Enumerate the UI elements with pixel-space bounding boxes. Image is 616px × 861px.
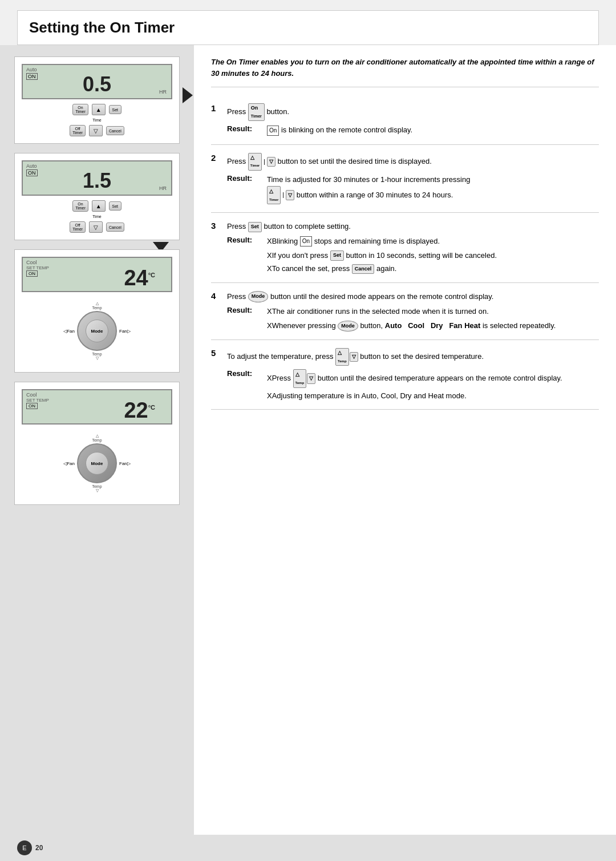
step-1-instruction: Press OnTimer button.: [227, 103, 599, 121]
instructions: The On Timer enables you to turn on the …: [194, 45, 616, 835]
off-timer-btn-2[interactable]: Off Timer: [70, 221, 86, 233]
device-3: Cool SET TEMP ON 24°C △Temp ◁Fan Mode: [14, 249, 180, 373]
step-3-result-label: Result:: [227, 236, 261, 274]
timer-bottom-row-2: Off Timer ▽ Cancel: [70, 221, 124, 233]
step-3-result-line2: XIf you don't press Set button in 10 sec…: [267, 250, 599, 261]
page-footer: E 20: [0, 835, 616, 861]
step-2: 2 Press △Timer | ▽ button to set until t…: [211, 145, 599, 213]
device-1-controls: On Timer ▲ Set Time Off Timer: [22, 104, 172, 136]
temp-arrow-inline: △Temp ▽: [335, 348, 358, 366]
step-2-number: 2: [211, 153, 221, 171]
page-container: Setting the On Timer Auto ON 0.5 HR: [0, 0, 616, 861]
mode-inline-btn: Mode: [248, 291, 269, 302]
step-4-result-label: Result:: [227, 306, 261, 332]
temp-up-label-4: △Temp: [92, 434, 102, 442]
on-timer-btn-2[interactable]: On Timer: [72, 200, 88, 212]
cancel-btn-2[interactable]: Cancel: [106, 223, 124, 232]
step-2-result-label: Result:: [227, 174, 261, 205]
device-2-controls: On Timer ▲ Set Time Off Timer: [22, 200, 172, 233]
step-3-result-text: XBlinking On stops and remaining time is…: [267, 236, 599, 274]
temp-controls: △Temp ◁Fan Mode Fan▷ Temp▽: [22, 429, 172, 498]
step-4-result-text: XThe air conditioner runs in the selecte…: [267, 306, 599, 332]
device-4-display: 22°C: [124, 399, 155, 421]
step-2-result: Result: Time is adjusted for 30 minutes …: [227, 174, 599, 205]
intro-text: The On Timer enables you to turn on the …: [211, 56, 599, 87]
fan-left-label-4: ◁Fan: [63, 461, 75, 466]
up-arrow-btn-2[interactable]: ▲: [92, 200, 106, 212]
down-arrow-btn-inline-2: ▽: [286, 190, 294, 200]
mode-dial[interactable]: Mode: [77, 311, 117, 351]
device-4-screen: Cool SET TEMP ON 22°C: [22, 389, 172, 425]
device-4-mode: Cool: [26, 392, 37, 398]
device-1: Auto ON 0.5 HR On Timer: [14, 56, 180, 144]
step-3-result-line3: XTo cancel the set, press Cancel again.: [267, 263, 599, 274]
mode-btn-4[interactable]: Mode: [86, 452, 108, 475]
set-btn-2[interactable]: Set: [109, 201, 121, 211]
device-4-on: ON: [26, 403, 38, 409]
temp-down-btn-2: ▽: [307, 373, 315, 383]
step-3-instruction: Press Set button to complete setting.: [227, 221, 599, 232]
page-num-text: 20: [35, 844, 43, 852]
on-timer-btn-1[interactable]: On Timer: [72, 104, 88, 115]
step-2-instruction: Press △Timer | ▽ button to set until the…: [227, 153, 599, 171]
main-content: Auto ON 0.5 HR On Timer: [0, 45, 616, 835]
temp-down-btn: ▽: [350, 352, 358, 362]
device-3-settemp: SET TEMP: [26, 265, 49, 270]
down-arrow-btn-2[interactable]: ▽: [89, 221, 103, 233]
device-1-screen: Auto ON 0.5 HR: [22, 64, 172, 99]
step-5-result-label: Result:: [227, 369, 261, 401]
step-3-row: 3 Press Set button to complete setting.: [211, 221, 599, 232]
step-5-instruction: To adjust the temperature, press △Temp ▽…: [227, 348, 599, 366]
temp-dial-group: △Temp ◁Fan Mode Fan▷ Temp▽: [63, 434, 131, 493]
step-1: 1 Press OnTimer button. Result: On is bl…: [211, 95, 599, 145]
down-arrow-btn-1[interactable]: ▽: [89, 125, 103, 136]
mode-middle-row: ◁Fan Mode Fan▷: [63, 311, 131, 351]
on-timer-inline-btn: OnTimer: [248, 103, 265, 121]
up-arrow-btn-1[interactable]: ▲: [92, 104, 106, 115]
timer-up-btn-2: △Timer: [267, 186, 281, 205]
step-3-result-line1: XBlinking On stops and remaining time is…: [267, 236, 599, 248]
device-2-mode: Auto: [26, 163, 37, 169]
cancel-btn-1[interactable]: Cancel: [106, 126, 124, 135]
temp-up-btn-2: △Temp: [293, 369, 307, 388]
device-3-screen: Cool SET TEMP ON 24°C: [22, 257, 172, 292]
temp-dial[interactable]: Mode: [77, 443, 117, 483]
step-4: 4 Press Mode button until the desired mo…: [211, 283, 599, 340]
step-1-result-text: On is blinking on the remote control dis…: [267, 124, 599, 136]
step-3-result: Result: XBlinking On stops and remaining…: [227, 236, 599, 274]
step-5-result-line2: XAdjusting temperature is in Auto, Cool,…: [267, 390, 599, 402]
temp-arrow-inline-2: △Temp ▽: [293, 369, 316, 388]
off-timer-btn-1[interactable]: Off Timer: [70, 125, 86, 136]
timer-up-btn: △Timer: [248, 153, 262, 171]
mode-inline-btn-4: Mode: [338, 321, 358, 332]
temp-up-btn: △Temp: [335, 348, 349, 366]
step-4-instruction: Press Mode button until the desired mode…: [227, 291, 599, 302]
on-box-1: On: [267, 126, 279, 136]
set-btn-1[interactable]: Set: [109, 105, 121, 114]
step-5-result-text: XPress △Temp ▽ button until the desired …: [267, 369, 599, 401]
step-4-result-line2: XWhenever pressing Mode button, Auto Coo…: [267, 320, 599, 332]
device-2-screen: Auto ON 1.5 HR: [22, 160, 172, 196]
device-1-mode: Auto: [26, 67, 37, 72]
temp-down-label: Temp▽: [92, 352, 102, 361]
step-5-row: 5 To adjust the temperature, press △Temp…: [211, 348, 599, 366]
mode-btn[interactable]: Mode: [86, 320, 108, 342]
step-5: 5 To adjust the temperature, press △Temp…: [211, 340, 599, 410]
step-5-result-line1: XPress △Temp ▽ button until the desired …: [267, 369, 599, 388]
step-4-result: Result: XThe air conditioner runs in the…: [227, 306, 599, 332]
set-inline-btn-3: Set: [330, 250, 344, 261]
mode-dial-group: △Temp ◁Fan Mode Fan▷ Temp▽: [63, 301, 131, 361]
device-1-display: 0.5: [29, 74, 165, 95]
device-2-display: 1.5: [29, 171, 165, 191]
down-arrow-btn-inline: ▽: [267, 157, 275, 167]
time-label-2: Time: [70, 215, 124, 219]
page-title: Setting the On Timer: [29, 19, 587, 37]
on-box-3: On: [300, 236, 312, 246]
page-number: E: [17, 840, 32, 855]
device-1-unit: HR: [159, 89, 167, 95]
step-1-row: 1 Press OnTimer button.: [211, 103, 599, 121]
device-4: Cool SET TEMP ON 22°C △Temp ◁Fan Mode: [14, 382, 180, 505]
temp-up-label: △Temp: [92, 301, 102, 310]
device-3-mode: Cool: [26, 260, 37, 265]
device-3-display: 24°C: [124, 267, 155, 289]
